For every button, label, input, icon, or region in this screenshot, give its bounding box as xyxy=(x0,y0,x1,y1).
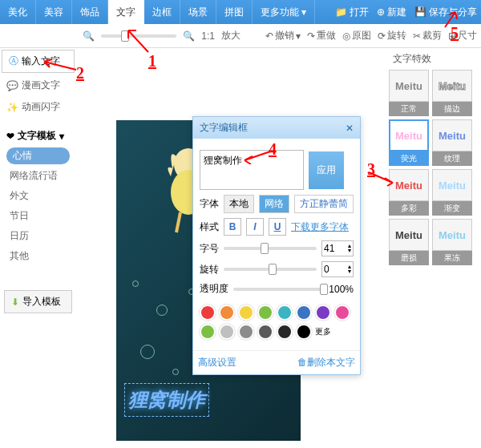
rotate-value: 0 xyxy=(324,264,329,275)
template-mood[interactable]: 心情 xyxy=(6,147,70,164)
zoom-ratio[interactable]: 1:1 xyxy=(201,30,215,42)
tab-cosmetic[interactable]: 美容 xyxy=(36,0,72,24)
style-label: 样式 xyxy=(200,220,219,234)
effect-item[interactable]: Meitu正常 xyxy=(389,70,429,116)
size-slider[interactable] xyxy=(224,247,317,250)
trash-icon: 🗑 xyxy=(297,357,307,368)
effect-item[interactable]: Meitu磨损 xyxy=(389,219,429,265)
advanced-settings-link[interactable]: 高级设置 xyxy=(198,356,236,369)
rotate-slider[interactable] xyxy=(224,268,317,271)
templates-header[interactable]: ❤文字模板▾ xyxy=(0,126,76,146)
annotation-3: 3 xyxy=(367,160,375,179)
color-swatch[interactable] xyxy=(296,305,312,321)
tab-beautify[interactable]: 美化 xyxy=(0,0,36,24)
bold-button[interactable]: B xyxy=(224,218,241,236)
effect-item[interactable]: Meitu描边 xyxy=(432,70,472,116)
spinner-arrows[interactable]: ▴▾ xyxy=(348,264,351,274)
delete-text-link[interactable]: 🗑删除本文字 xyxy=(297,356,355,369)
tab-collage[interactable]: 拼图 xyxy=(216,0,253,24)
new-button[interactable]: ⊕新建 xyxy=(377,6,406,19)
zoom-in-button[interactable]: 🔍 xyxy=(183,30,195,42)
font-label: 字体 xyxy=(200,197,219,211)
crop-button[interactable]: ✂裁剪 xyxy=(413,29,442,42)
color-swatch[interactable] xyxy=(200,324,216,340)
color-swatch[interactable] xyxy=(219,324,235,340)
effect-label: 磨损 xyxy=(389,251,429,265)
import-template-button[interactable]: ⬇导入模板 xyxy=(4,290,72,313)
underline-button[interactable]: U xyxy=(269,218,286,236)
color-swatch[interactable] xyxy=(200,305,216,321)
color-swatch[interactable] xyxy=(334,305,350,321)
effect-label: 渐变 xyxy=(432,201,472,216)
template-netslang[interactable]: 网络流行语 xyxy=(0,166,76,186)
color-swatch[interactable] xyxy=(315,305,331,321)
color-swatch[interactable] xyxy=(257,324,273,340)
template-foreign[interactable]: 外文 xyxy=(0,186,76,206)
rotate-label: 旋转 xyxy=(200,263,219,276)
spinner-arrows[interactable]: ▴▾ xyxy=(348,244,351,253)
color-swatch[interactable] xyxy=(277,324,293,340)
effect-preview: Meitu xyxy=(432,119,472,151)
tab-text[interactable]: 文字 xyxy=(108,0,144,24)
comic-text-button[interactable]: 💬漫画文字 xyxy=(0,75,76,96)
undo-label: 撤销 xyxy=(275,29,294,42)
tab-frame[interactable]: 边框 xyxy=(144,0,180,24)
rotate-button[interactable]: ⟳旋转 xyxy=(378,29,406,42)
color-swatch[interactable] xyxy=(296,324,312,340)
close-icon[interactable]: ✕ xyxy=(346,123,354,134)
effect-preview: Meitu xyxy=(389,119,429,151)
effect-label: 描边 xyxy=(432,102,472,116)
tab-scene[interactable]: 场景 xyxy=(180,0,216,24)
effect-item[interactable]: Meitu果冻 xyxy=(432,219,472,265)
tab-more[interactable]: 更多功能▾ xyxy=(253,0,315,24)
tmpl-header-label: 文字模板 xyxy=(18,129,56,143)
open-button[interactable]: 📁打开 xyxy=(335,6,369,19)
italic-button[interactable]: I xyxy=(246,218,264,236)
size-thumb[interactable] xyxy=(261,243,269,254)
color-swatch[interactable] xyxy=(277,305,293,321)
zoom-out-button[interactable]: 🔍 xyxy=(83,30,95,42)
template-other[interactable]: 其他 xyxy=(0,246,76,266)
color-swatch[interactable] xyxy=(238,305,254,321)
font-name-select[interactable]: 方正静蕾简 xyxy=(294,195,354,213)
toolbar: 🔍 🔍 1:1 放大 ↶撤销▾ ↷重做 ◎原图 ⟳旋转 ✂裁剪 ⊞尺寸 xyxy=(0,24,481,48)
rotate-thumb[interactable] xyxy=(269,264,277,275)
font-local-tab[interactable]: 本地 xyxy=(224,195,254,213)
text-icon: Ⓐ xyxy=(9,54,18,68)
effect-preview: Meitu xyxy=(432,219,472,251)
text-templates: ❤文字模板▾ 心情 网络流行语 外文 节日 日历 其他 xyxy=(0,126,76,266)
redo-button[interactable]: ↷重做 xyxy=(307,29,336,42)
size-value: 41 xyxy=(324,243,334,254)
effect-item[interactable]: Meitu纹理 xyxy=(432,119,472,166)
color-palette: 更多 xyxy=(200,301,354,344)
effect-item[interactable]: Meitu渐变 xyxy=(432,169,472,216)
effect-label: 正常 xyxy=(389,102,429,116)
opacity-thumb[interactable] xyxy=(320,284,328,295)
download-fonts-link[interactable]: 下载更多字体 xyxy=(291,220,349,234)
canvas-text-overlay[interactable]: 狸窝制作 xyxy=(124,383,209,417)
effect-label: 多彩 xyxy=(389,201,429,216)
annotation-4: 4 xyxy=(269,140,277,159)
anim-text-button[interactable]: ✨动画闪字 xyxy=(0,96,76,118)
effect-preview: Meitu xyxy=(389,70,429,102)
size-spinner[interactable]: 41▴▾ xyxy=(321,240,354,256)
font-net-tab[interactable]: 网络 xyxy=(259,195,289,213)
opacity-slider[interactable] xyxy=(233,288,324,291)
effect-item[interactable]: Meitu荧光 xyxy=(389,119,429,166)
original-label: 原图 xyxy=(352,29,371,42)
tab-ornament[interactable]: 饰品 xyxy=(72,0,108,24)
template-festival[interactable]: 节日 xyxy=(0,206,76,226)
template-calendar[interactable]: 日历 xyxy=(0,226,76,246)
apply-button[interactable]: 应用 xyxy=(309,151,344,189)
rotate-spinner[interactable]: 0▴▾ xyxy=(321,261,354,277)
undo-button[interactable]: ↶撤销▾ xyxy=(265,29,301,42)
dialog-titlebar[interactable]: 文字编辑框✕ xyxy=(193,117,360,139)
annotation-1: 1 xyxy=(148,52,156,71)
color-swatch[interactable] xyxy=(219,305,235,321)
color-swatch[interactable] xyxy=(257,305,273,321)
more-colors-button[interactable]: 更多 xyxy=(315,326,331,337)
rotate-label: 旋转 xyxy=(387,29,406,42)
color-swatch[interactable] xyxy=(238,324,254,340)
zoom-large[interactable]: 放大 xyxy=(221,29,240,42)
original-button[interactable]: ◎原图 xyxy=(342,29,371,42)
